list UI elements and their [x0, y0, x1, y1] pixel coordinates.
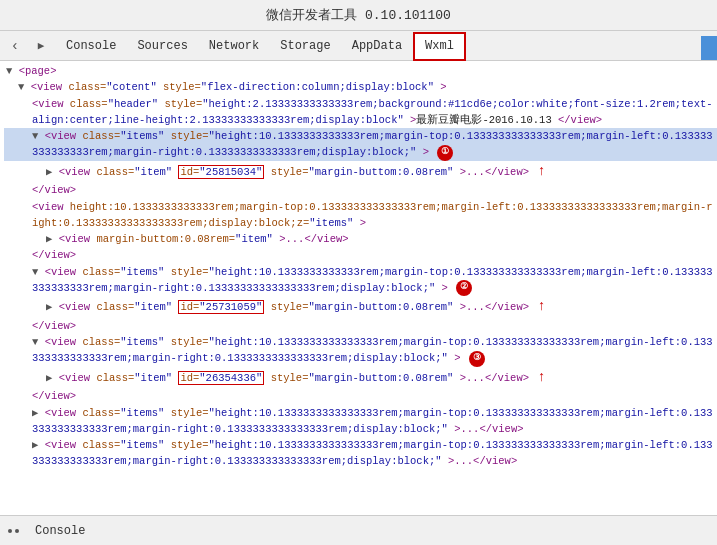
- annotation-circle-2: ②: [456, 280, 472, 296]
- tab-console-label: Console: [66, 39, 116, 53]
- code-line-2: ▼ <view class="cotent" style="flex-direc…: [4, 79, 717, 95]
- triangle-icon-10[interactable]: ▼: [32, 266, 38, 278]
- triangle-icon-17[interactable]: ▶: [32, 439, 38, 451]
- triangle-icon-14[interactable]: ▶: [46, 372, 52, 384]
- triangle-icon-13[interactable]: ▼: [32, 336, 38, 348]
- code-line-12: </view>: [4, 318, 717, 334]
- code-line-9: </view>: [4, 247, 717, 263]
- code-line-13: ▼ <view class="items" style="height:10.1…: [4, 334, 717, 367]
- bottom-bar: Console: [0, 515, 717, 545]
- code-line-7: <view height:10.1333333333333rem;margin-…: [4, 199, 717, 232]
- code-line-14: ▶ <view class="item" id="26354336" style…: [4, 367, 717, 389]
- dot-1: [8, 529, 12, 533]
- code-line-6: </view>: [4, 182, 717, 198]
- triangle-icon-4[interactable]: ▼: [32, 130, 38, 142]
- code-line-3: <view class="header" style="height:2.133…: [4, 96, 717, 129]
- annotation-circle-3: ③: [469, 351, 485, 367]
- tab-console[interactable]: Console: [56, 31, 127, 60]
- red-arrow-3: ↑: [537, 367, 545, 389]
- triangle-icon-5[interactable]: ▶: [46, 166, 52, 178]
- tab-bar: ‹ ▶ Console Sources Network Storage AppD…: [0, 31, 717, 61]
- code-line-1: ▼ <page>: [4, 63, 717, 79]
- code-line-10: ▼ <view class="items" style="height:10.1…: [4, 264, 717, 297]
- triangle-icon-8[interactable]: ▶: [46, 233, 52, 245]
- red-arrow-2: ↑: [537, 296, 545, 318]
- tab-network-label: Network: [209, 39, 259, 53]
- tab-storage[interactable]: Storage: [270, 31, 341, 60]
- code-line-16: ▶ <view class="items" style="height:10.1…: [4, 405, 717, 438]
- title-text: 微信开发者工具 0.10.101100: [266, 8, 451, 23]
- id-highlight-3: id="26354336": [178, 371, 264, 385]
- triangle-icon-2[interactable]: ▼: [18, 81, 24, 93]
- code-line-15: </view>: [4, 388, 717, 404]
- id-highlight-2: id="25731059": [178, 300, 264, 314]
- triangle-icon-1[interactable]: ▼: [6, 65, 12, 77]
- tab-appdata[interactable]: AppData: [342, 31, 413, 60]
- code-line-17: ▶ <view class="items" style="height:10.1…: [4, 437, 717, 470]
- back-icon[interactable]: ‹: [4, 35, 26, 57]
- code-line-5: ▶ <view class="item" id="25815034" style…: [4, 161, 717, 183]
- tab-wxml-label: Wxml: [425, 39, 454, 53]
- triangle-icon-11[interactable]: ▶: [46, 301, 52, 313]
- tab-storage-label: Storage: [280, 39, 330, 53]
- bottom-console-label: Console: [35, 524, 85, 538]
- code-line-11: ▶ <view class="item" id="25731059" style…: [4, 296, 717, 318]
- bottom-console-tab[interactable]: Console: [27, 522, 93, 540]
- tab-appdata-label: AppData: [352, 39, 402, 53]
- triangle-icon-16[interactable]: ▶: [32, 407, 38, 419]
- annotation-circle-1: ①: [437, 145, 453, 161]
- cursor-icon[interactable]: ▶: [30, 35, 52, 57]
- tab-sources[interactable]: Sources: [127, 31, 198, 60]
- tab-wxml[interactable]: Wxml: [413, 32, 466, 61]
- tab-network[interactable]: Network: [199, 31, 270, 60]
- tab-sources-label: Sources: [137, 39, 187, 53]
- title-bar: 微信开发者工具 0.10.101100: [0, 0, 717, 31]
- id-highlight-1: id="25815034": [178, 165, 264, 179]
- menu-dots[interactable]: [8, 529, 19, 533]
- code-line-8: ▶ <view margin-buttom:0.08rem="item" >..…: [4, 231, 717, 247]
- red-arrow-1: ↑: [537, 161, 545, 183]
- dot-2: [15, 529, 19, 533]
- code-line-4: ▼ <view class="items" style="height:10.1…: [4, 128, 717, 161]
- code-panel[interactable]: ▼ <page> ▼ <view class="cotent" style="f…: [0, 61, 717, 516]
- blue-side-button[interactable]: [701, 36, 717, 60]
